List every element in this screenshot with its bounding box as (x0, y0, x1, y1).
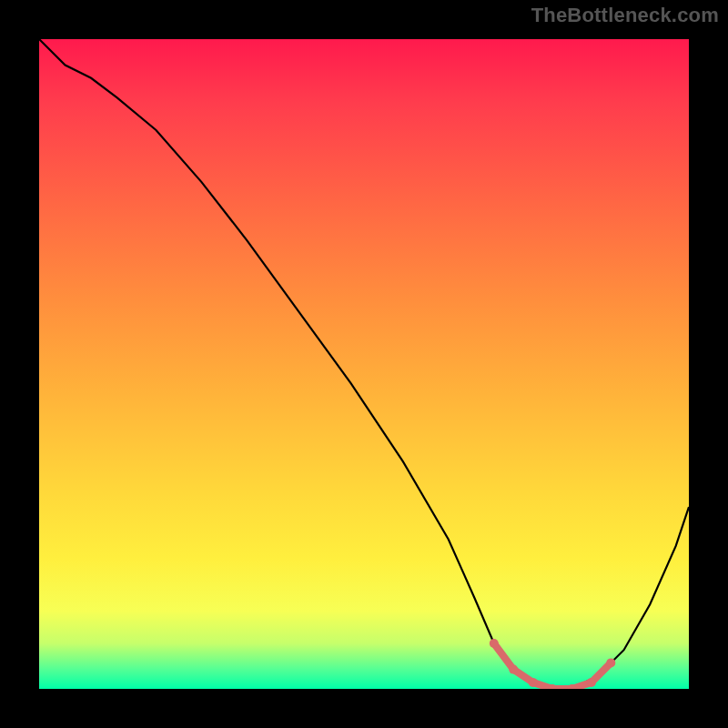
curve-group (39, 39, 689, 689)
optimal-range-dot (509, 665, 518, 674)
bottleneck-curve-path (39, 39, 689, 689)
plot-gradient-bg (39, 39, 689, 689)
optimal-range-dot (606, 658, 615, 667)
optimal-range-dot (490, 639, 499, 648)
chart-svg (39, 39, 689, 689)
optimal-range-dot (587, 678, 596, 687)
optimal-range-markers (490, 639, 616, 689)
optimal-range-dot (529, 678, 538, 687)
chart-frame: TheBottleneck.com (0, 0, 728, 728)
plot-outer-border (36, 36, 692, 692)
attribution-text: TheBottleneck.com (531, 4, 719, 27)
